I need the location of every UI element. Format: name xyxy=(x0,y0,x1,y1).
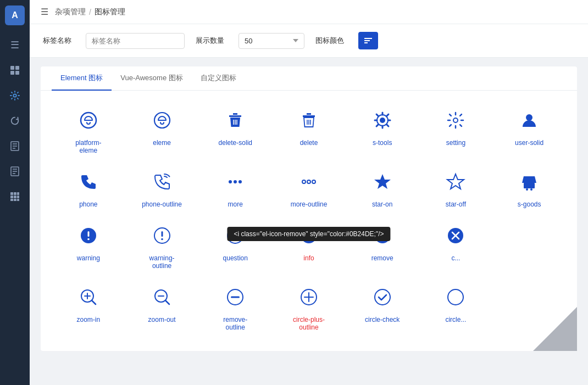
icon-delete-solid[interactable]: delete-solid xyxy=(198,102,272,163)
icon-question[interactable]: ? question xyxy=(198,217,272,278)
sidebar-item-dashboard[interactable] xyxy=(4,59,26,81)
icon-more[interactable]: more xyxy=(198,163,272,217)
circle-partial-label: circle... xyxy=(445,316,466,323)
icons-grid: platform-eleme eleme xyxy=(41,91,577,340)
svg-point-43 xyxy=(526,188,528,191)
sidebar-item-refresh[interactable] xyxy=(4,110,26,132)
svg-rect-0 xyxy=(10,66,14,70)
icon-circle-close[interactable]: c... xyxy=(419,217,493,278)
svg-marker-41 xyxy=(447,174,464,189)
svg-point-35 xyxy=(234,180,237,183)
star-off-icon xyxy=(446,172,465,195)
circle-close-icon xyxy=(446,226,465,249)
delete-solid-label: delete-solid xyxy=(219,139,252,147)
icon-setting[interactable]: setting xyxy=(419,102,493,163)
info-label: info xyxy=(303,254,314,262)
warning-icon xyxy=(79,226,98,249)
zoom-out-label: zoom-out xyxy=(148,316,176,323)
icon-warning-outline[interactable]: warning-outline xyxy=(125,217,199,278)
sidebar-item-grid[interactable] xyxy=(4,186,26,208)
remove-outline-label: remove-outline xyxy=(223,316,247,331)
circle-check-icon xyxy=(373,287,392,310)
icon-s-tools[interactable]: s-tools xyxy=(346,102,419,163)
icon-zoom-in[interactable]: zoom-in xyxy=(52,278,125,340)
eleme-icon xyxy=(152,110,172,133)
svg-rect-19 xyxy=(10,199,13,201)
svg-rect-16 xyxy=(10,196,13,198)
svg-point-38 xyxy=(307,180,310,183)
count-select[interactable]: 50 10 20 100 xyxy=(238,33,304,49)
svg-line-64 xyxy=(92,300,96,304)
app-logo: A xyxy=(5,5,25,25)
svg-rect-69 xyxy=(231,297,240,298)
svg-rect-2 xyxy=(10,71,14,75)
icon-delete[interactable]: delete xyxy=(272,102,346,163)
setting-icon xyxy=(446,110,465,133)
icon-zoom-out[interactable]: zoom-out xyxy=(125,278,199,340)
icon-circle-partial[interactable]: circle... xyxy=(419,278,493,340)
icon-circle-plus-outline[interactable]: circle-plus-outline xyxy=(272,278,346,340)
more-outline-icon xyxy=(299,172,319,195)
tab-element[interactable]: Element 图标 xyxy=(52,66,112,91)
svg-point-50 xyxy=(161,238,163,241)
svg-point-34 xyxy=(229,180,232,183)
info-tooltip: <i class="el-icon-remove" style="color:#… xyxy=(227,227,390,241)
icon-user-solid[interactable]: user-solid xyxy=(492,102,566,163)
svg-rect-15 xyxy=(17,192,19,195)
icon-eleme[interactable]: eleme xyxy=(125,102,199,163)
phone-icon xyxy=(79,172,98,195)
icon-phone-outline[interactable]: phone-outline xyxy=(125,163,199,217)
breadcrumb-bar: ☰ 杂项管理 / 图标管理 xyxy=(30,0,588,24)
delete-label: delete xyxy=(300,139,318,147)
zoom-in-icon xyxy=(79,287,98,310)
svg-rect-18 xyxy=(17,196,19,198)
sidebar-item-doc2[interactable] xyxy=(4,160,26,182)
icon-star-off[interactable]: star-off xyxy=(419,163,493,217)
svg-rect-17 xyxy=(14,196,16,198)
svg-rect-21 xyxy=(17,199,19,201)
svg-point-73 xyxy=(375,289,390,305)
phone-outline-icon xyxy=(152,172,172,195)
tab-vue-awesome[interactable]: Vue-Awesome 图标 xyxy=(112,66,191,91)
phone-outline-label: phone-outline xyxy=(142,200,182,208)
icon-s-goods[interactable]: s-goods xyxy=(492,163,566,217)
circle-close-label: c... xyxy=(451,254,460,262)
tab-custom[interactable]: 自定义图标 xyxy=(192,66,245,91)
tag-label: 标签名称 xyxy=(43,36,71,46)
warning-label: warning xyxy=(77,254,100,262)
icon-panel: Element 图标 Vue-Awesome 图标 自定义图标 xyxy=(41,66,577,351)
s-goods-icon xyxy=(519,172,539,195)
tabs: Element 图标 Vue-Awesome 图标 自定义图标 xyxy=(41,66,577,91)
svg-rect-20 xyxy=(14,199,16,201)
svg-point-32 xyxy=(453,118,458,122)
icon-remove[interactable]: remove xyxy=(346,217,419,278)
delete-icon xyxy=(299,110,319,133)
icon-warning[interactable]: warning xyxy=(52,217,125,278)
sidebar-item-doc1[interactable] xyxy=(4,135,26,157)
sidebar: A ☰ xyxy=(0,0,30,385)
icon-phone[interactable]: phone xyxy=(52,163,125,217)
menu-toggle-icon[interactable]: ☰ xyxy=(41,7,48,17)
circle-plus-outline-icon xyxy=(299,287,319,310)
sidebar-item-menu[interactable]: ☰ xyxy=(4,34,26,56)
color-label: 图标颜色 xyxy=(315,36,344,46)
breadcrumb-parent[interactable]: 杂项管理 xyxy=(55,7,86,17)
warning-outline-icon xyxy=(152,226,172,249)
icon-platform-eleme[interactable]: platform-eleme xyxy=(52,102,125,163)
s-goods-label: s-goods xyxy=(518,200,541,208)
icon-star-on[interactable]: star-on xyxy=(346,163,419,217)
content-area: Element 图标 Vue-Awesome 图标 自定义图标 xyxy=(30,58,588,385)
tag-name-input[interactable] xyxy=(86,33,185,49)
tooltip-text: <i class="el-icon-remove" style="color:#… xyxy=(234,230,384,238)
icon-info[interactable]: info <i class="el-icon-remove" style="co… xyxy=(272,217,346,278)
icon-circle-check[interactable]: circle-check xyxy=(346,278,419,340)
sidebar-item-settings[interactable] xyxy=(4,85,26,107)
icon-remove-outline[interactable]: remove-outline xyxy=(198,278,272,340)
svg-point-74 xyxy=(448,289,463,305)
color-picker-button[interactable] xyxy=(358,32,378,49)
icon-more-outline[interactable]: more-outline xyxy=(272,163,346,217)
setting-label: setting xyxy=(446,139,465,147)
zoom-out-icon xyxy=(152,287,172,310)
svg-point-30 xyxy=(380,118,385,123)
svg-point-37 xyxy=(302,180,306,183)
